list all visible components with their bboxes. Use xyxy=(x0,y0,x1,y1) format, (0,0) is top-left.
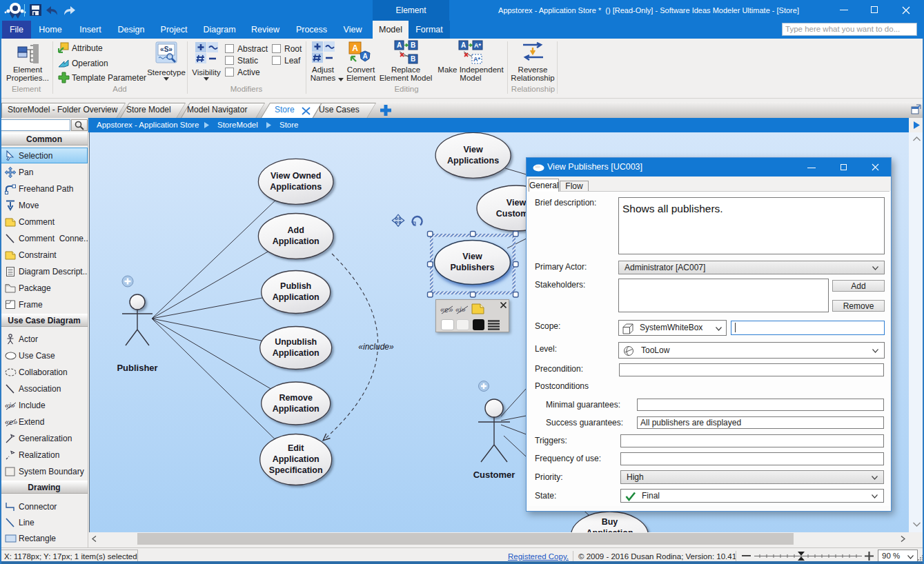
svg-text:«S»: «S» xyxy=(160,46,173,53)
svg-text:«e»: «e» xyxy=(440,305,453,314)
svg-text:«i»: «i» xyxy=(455,305,466,314)
svg-text:A: A xyxy=(461,41,466,49)
svg-text:A: A xyxy=(352,43,358,53)
svg-text:A*: A* xyxy=(473,56,480,63)
svg-text:«i»: «i» xyxy=(5,401,15,410)
svg-text:Publisher: Publisher xyxy=(117,363,157,373)
svg-text:A*: A* xyxy=(474,42,481,49)
svg-text:A: A xyxy=(397,41,402,49)
svg-text:B: B xyxy=(411,41,415,49)
svg-text:Customer: Customer xyxy=(473,470,515,480)
svg-text:A: A xyxy=(362,52,367,60)
svg-text:B: B xyxy=(411,55,415,63)
svg-text:«include»: «include» xyxy=(358,342,394,352)
